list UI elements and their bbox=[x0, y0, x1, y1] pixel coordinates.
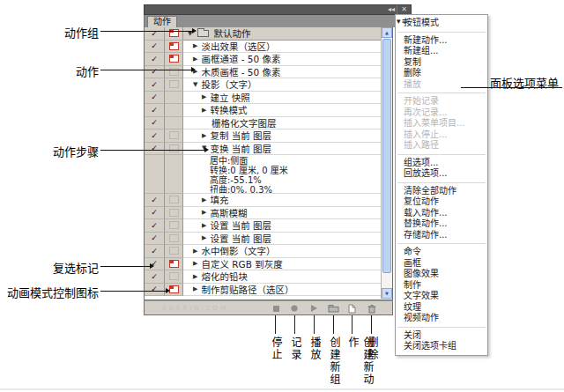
dialog-toggle-cell[interactable] bbox=[165, 194, 183, 207]
include-checkbox[interactable]: ✓ bbox=[145, 41, 165, 54]
menu-item[interactable]: 清除全部动作 bbox=[396, 186, 487, 197]
menu-item[interactable]: 图像效果 bbox=[396, 269, 487, 280]
dialog-toggle-cell[interactable] bbox=[165, 27, 183, 41]
scrollbar-thumb[interactable] bbox=[382, 39, 391, 273]
dialog-toggle-cell[interactable] bbox=[165, 129, 183, 143]
menu-item[interactable]: 关闭选项卡组 bbox=[396, 341, 487, 352]
panel-menu-icon[interactable]: ▾≡ bbox=[397, 16, 409, 26]
menu-item[interactable]: 新建组... bbox=[396, 46, 487, 57]
action-row[interactable]: ✓▼默认动作 bbox=[145, 27, 381, 41]
dialog-toggle-cell[interactable] bbox=[165, 104, 183, 117]
menu-item[interactable]: 载入动作... bbox=[396, 208, 487, 219]
expander-icon[interactable]: ▶ bbox=[202, 196, 206, 203]
scroll-up-icon[interactable]: ▲ bbox=[382, 27, 392, 38]
action-row[interactable]: ✓▶转换模式 bbox=[145, 104, 381, 117]
include-checkbox[interactable]: ✓ bbox=[145, 92, 165, 105]
include-checkbox[interactable]: ✓ bbox=[145, 258, 165, 271]
action-row[interactable]: ✓▶复制 当前 图层 bbox=[145, 129, 381, 143]
include-checkbox[interactable]: ✓ bbox=[145, 143, 165, 156]
include-checkbox[interactable]: ✓ bbox=[145, 66, 165, 79]
stop-button[interactable] bbox=[269, 303, 283, 314]
menu-item[interactable]: 复制 bbox=[396, 57, 487, 69]
expander-icon[interactable]: ▶ bbox=[202, 209, 206, 216]
record-button[interactable] bbox=[287, 303, 301, 314]
action-row[interactable]: ✓▶木质画框 - 50 像素 bbox=[145, 66, 381, 79]
menu-item[interactable]: 画框 bbox=[396, 258, 487, 270]
action-row[interactable]: ✓▶设置 当前 图层 bbox=[145, 233, 381, 246]
play-button[interactable] bbox=[307, 303, 321, 314]
menu-item[interactable]: 纹理 bbox=[396, 302, 487, 314]
dialog-toggle-cell[interactable] bbox=[165, 92, 183, 105]
dialog-toggle-cell[interactable] bbox=[165, 143, 183, 156]
menu-item[interactable]: 制作 bbox=[396, 280, 487, 292]
include-checkbox[interactable]: ✓ bbox=[145, 245, 165, 258]
include-checkbox[interactable]: ✓ bbox=[145, 129, 165, 143]
menu-item[interactable]: 文字效果 bbox=[396, 291, 487, 302]
action-row[interactable]: ✓▼变换 当前 图层 bbox=[145, 143, 381, 156]
dialog-toggle-cell[interactable] bbox=[165, 270, 183, 284]
new-action-button[interactable] bbox=[345, 303, 359, 314]
dialog-toggle-cell[interactable] bbox=[165, 219, 183, 233]
action-row[interactable]: ✓▼投影（文字） bbox=[145, 78, 381, 92]
action-row[interactable]: ✓▶水中倒影（文字） bbox=[145, 245, 381, 258]
expander-icon[interactable]: ▶ bbox=[193, 55, 197, 63]
close-panel-icon[interactable]: ✕ bbox=[397, 5, 407, 14]
action-row[interactable]: ✓▶设置 当前 图层 bbox=[145, 219, 381, 233]
include-checkbox[interactable]: ✓ bbox=[145, 207, 165, 220]
include-checkbox[interactable]: ✓ bbox=[145, 78, 165, 92]
menu-item[interactable]: 复位动作 bbox=[396, 196, 487, 208]
include-checkbox[interactable]: ✓ bbox=[145, 27, 165, 41]
menu-item[interactable]: 组选项... bbox=[396, 158, 487, 169]
dialog-toggle-cell[interactable] bbox=[165, 245, 183, 258]
include-checkbox[interactable]: ✓ bbox=[145, 284, 165, 297]
dialog-toggle-cell[interactable] bbox=[165, 207, 183, 220]
action-row[interactable]: ✓▶高斯模糊 bbox=[145, 207, 381, 220]
collapse-panel-icon[interactable]: ◂◂ bbox=[388, 5, 395, 14]
menu-item[interactable]: 按钮模式 bbox=[396, 18, 487, 29]
step-detail-row[interactable]: 居中:侧面 bbox=[145, 155, 381, 165]
step-detail-row[interactable]: 扭曲:0%, 0.3% bbox=[145, 184, 381, 194]
action-row[interactable]: ✓▶淡出效果（选区） bbox=[145, 41, 381, 54]
menu-item[interactable]: 存储动作... bbox=[396, 230, 487, 241]
step-detail-row[interactable]: 转换:0 厘米, 0 厘米 bbox=[145, 165, 381, 174]
include-checkbox[interactable]: ✓ bbox=[145, 53, 165, 66]
menu-item[interactable]: 回放选项... bbox=[396, 168, 487, 180]
delete-button[interactable] bbox=[364, 303, 378, 314]
dialog-toggle-cell[interactable] bbox=[165, 41, 183, 54]
action-row[interactable]: ✓栅格化文字图层 bbox=[145, 117, 381, 130]
include-checkbox[interactable]: ✓ bbox=[145, 117, 165, 130]
action-row[interactable]: ✓▶建立 快照 bbox=[145, 92, 381, 105]
expander-icon[interactable]: ▶ bbox=[193, 260, 197, 267]
expander-icon[interactable]: ▶ bbox=[202, 132, 206, 139]
dialog-toggle-cell[interactable] bbox=[165, 66, 183, 79]
action-row[interactable]: ✓▶熔化的铅块 bbox=[145, 270, 381, 284]
expander-icon[interactable]: ▼ bbox=[193, 81, 197, 88]
menu-item[interactable]: 关闭 bbox=[396, 330, 487, 342]
tab-actions[interactable]: 动作 bbox=[147, 16, 177, 27]
include-checkbox[interactable]: ✓ bbox=[145, 219, 165, 233]
dialog-toggle-cell[interactable] bbox=[165, 117, 183, 130]
scrollbar[interactable]: ▲ ▼ bbox=[381, 27, 392, 299]
include-checkbox[interactable]: ✓ bbox=[145, 194, 165, 207]
expander-icon[interactable]: ▶ bbox=[202, 234, 206, 241]
expander-icon[interactable]: ▶ bbox=[193, 285, 197, 292]
expander-icon[interactable]: ▶ bbox=[202, 107, 206, 114]
dialog-toggle-cell[interactable] bbox=[165, 258, 183, 271]
dialog-toggle-cell[interactable] bbox=[165, 233, 183, 246]
expander-icon[interactable]: ▶ bbox=[193, 273, 197, 280]
menu-item[interactable]: 删除 bbox=[396, 68, 487, 79]
menu-item[interactable]: 视频动作 bbox=[396, 313, 487, 324]
action-row[interactable]: ✓▶自定义 RGB 到灰度 bbox=[145, 258, 381, 271]
include-checkbox[interactable]: ✓ bbox=[145, 233, 165, 246]
new-group-button[interactable] bbox=[326, 303, 340, 314]
action-row[interactable]: ✓▶制作剪贴路径（选区） bbox=[145, 284, 381, 297]
step-detail-row[interactable]: 高度:-55.1% bbox=[145, 174, 381, 184]
expander-icon[interactable]: ▶ bbox=[193, 248, 197, 255]
expander-icon[interactable]: ▶ bbox=[202, 222, 206, 229]
action-row[interactable]: ✓▶画框通道 - 50 像素 bbox=[145, 53, 381, 66]
expander-icon[interactable]: ▶ bbox=[202, 93, 206, 100]
menu-item[interactable]: 命令 bbox=[396, 247, 487, 258]
action-row[interactable]: ✓▶填充 bbox=[145, 194, 381, 207]
scroll-down-icon[interactable]: ▼ bbox=[382, 288, 392, 299]
menu-item[interactable]: 替换动作... bbox=[396, 218, 487, 230]
